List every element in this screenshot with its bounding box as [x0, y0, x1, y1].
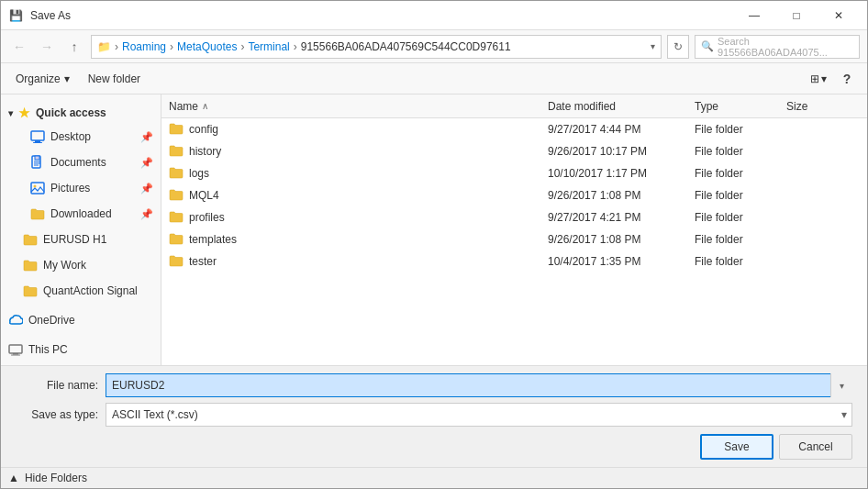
- folder-icon: [169, 121, 184, 139]
- star-icon: ★: [18, 106, 30, 120]
- file-rows-container: config 9/27/2017 4:44 PM File folder his…: [161, 118, 867, 272]
- svg-point-9: [34, 185, 37, 188]
- file-name: config: [189, 123, 218, 136]
- pin-icon-desktop: 📌: [140, 131, 153, 143]
- table-row[interactable]: tester 10/4/2017 1:35 PM File folder: [161, 250, 867, 272]
- main-area: ▾ ★ Quick access Desktop 📌 Documents: [1, 94, 867, 365]
- save-button[interactable]: Save: [700, 434, 773, 460]
- folder-icon: [169, 209, 184, 227]
- view-icon: ⊞: [810, 72, 819, 85]
- folder-icon-downloaded: [30, 206, 45, 221]
- new-folder-label: New folder: [88, 72, 140, 85]
- svg-rect-4: [35, 156, 39, 160]
- window-title: Save As: [30, 9, 71, 22]
- filename-input[interactable]: [106, 373, 852, 397]
- title-bar-left: 💾 Save As: [8, 8, 71, 23]
- window-icon: 💾: [8, 8, 23, 23]
- breadcrumb-folder-icon: 📁: [97, 40, 111, 53]
- breadcrumb-terminal[interactable]: Terminal: [248, 40, 289, 53]
- breadcrumb-roaming[interactable]: Roaming: [122, 40, 166, 53]
- svg-rect-2: [33, 142, 42, 143]
- svg-rect-0: [31, 131, 44, 140]
- file-type: File folder: [695, 145, 786, 158]
- filetype-label: Save as type:: [16, 408, 98, 421]
- view-button[interactable]: ⊞ ▾: [807, 67, 830, 91]
- close-button[interactable]: ✕: [818, 1, 860, 30]
- file-type: File folder: [695, 189, 786, 202]
- file-type: File folder: [695, 233, 786, 246]
- sidebar-item-documents[interactable]: Documents 📌: [1, 150, 161, 175]
- organize-label: Organize: [16, 72, 61, 85]
- sort-arrow: ∧: [202, 101, 208, 111]
- table-row[interactable]: templates 9/26/2017 1:08 PM File folder: [161, 228, 867, 250]
- file-date: 9/26/2017 1:08 PM: [548, 233, 695, 246]
- column-header-size[interactable]: Size: [786, 100, 860, 113]
- up-button[interactable]: ↑: [63, 36, 85, 58]
- thispc-icon: [8, 342, 23, 357]
- sidebar-item-eurusd[interactable]: EURUSD H1: [1, 227, 161, 252]
- filename-label: File name:: [16, 379, 98, 392]
- sidebar-item-downloaded[interactable]: Downloaded 📌: [1, 201, 161, 227]
- file-date: 9/27/2017 4:44 PM: [548, 123, 695, 136]
- table-row[interactable]: history 9/26/2017 10:17 PM File folder: [161, 140, 867, 162]
- sidebar-item-mywork[interactable]: My Work: [1, 252, 161, 278]
- file-name: logs: [189, 167, 209, 180]
- sidebar-item-label-desktop: Desktop: [50, 130, 91, 143]
- table-row[interactable]: MQL4 9/26/2017 1:08 PM File folder: [161, 184, 867, 206]
- title-bar: 💾 Save As — □ ✕: [1, 1, 867, 30]
- file-date: 9/26/2017 10:17 PM: [548, 145, 695, 158]
- breadcrumb-metaquotes[interactable]: MetaQuotes: [177, 40, 237, 53]
- minimize-button[interactable]: —: [733, 1, 775, 30]
- column-header-name[interactable]: Name ∧: [169, 100, 548, 113]
- filename-row: File name: ▾: [16, 373, 852, 397]
- hide-folders-toggle[interactable]: ▲ Hide Folders: [1, 467, 867, 488]
- help-button[interactable]: ?: [834, 66, 860, 92]
- sidebar-item-quantaction[interactable]: QuantAction Signal: [1, 278, 161, 304]
- search-placeholder: Search 915566BA06ADA4075...: [718, 36, 853, 58]
- sidebar-item-pictures[interactable]: Pictures 📌: [1, 175, 161, 201]
- sidebar-item-label-thispc: This PC: [28, 343, 68, 356]
- organize-button[interactable]: Organize ▾: [8, 67, 77, 91]
- cancel-button[interactable]: Cancel: [779, 434, 852, 460]
- back-button[interactable]: ←: [8, 36, 30, 58]
- file-date: 10/10/2017 1:17 PM: [548, 167, 695, 180]
- table-row[interactable]: config 9/27/2017 4:44 PM File folder: [161, 118, 867, 140]
- address-bar: ← → ↑ 📁 › Roaming › MetaQuotes › Termina…: [1, 30, 867, 63]
- file-name: profiles: [189, 211, 225, 224]
- address-path[interactable]: 📁 › Roaming › MetaQuotes › Terminal › 91…: [91, 35, 662, 59]
- file-type: File folder: [695, 255, 786, 268]
- onedrive-icon: [8, 313, 23, 328]
- pin-icon-documents: 📌: [140, 157, 153, 169]
- refresh-button[interactable]: ↻: [667, 35, 689, 59]
- pin-icon-downloaded: 📌: [140, 208, 153, 220]
- filetype-select[interactable]: ASCII Text (*.csv) CSV (Comma delimited)…: [106, 403, 852, 427]
- quick-access-label: Quick access: [36, 106, 106, 119]
- folder-icon: [169, 143, 184, 161]
- breadcrumb-guid: 915566BA06ADA407569C544CC0D97611: [301, 40, 511, 53]
- desktop-icon: [30, 129, 45, 144]
- folder-icon-mywork: [23, 258, 38, 272]
- search-box: 🔍 Search 915566BA06ADA4075...: [695, 35, 860, 59]
- maximize-button[interactable]: □: [775, 1, 818, 30]
- file-date: 9/26/2017 1:08 PM: [548, 189, 695, 202]
- column-header-type[interactable]: Type: [695, 100, 786, 113]
- folder-icon: [169, 253, 184, 271]
- forward-button[interactable]: →: [36, 36, 58, 58]
- table-row[interactable]: logs 10/10/2017 1:17 PM File folder: [161, 162, 867, 184]
- sidebar-item-label-pictures: Pictures: [50, 182, 90, 194]
- filename-dropdown-button[interactable]: ▾: [830, 373, 852, 397]
- quick-access-header[interactable]: ▾ ★ Quick access: [1, 102, 161, 124]
- column-header-date[interactable]: Date modified: [548, 100, 695, 113]
- new-folder-button[interactable]: New folder: [81, 67, 148, 91]
- table-row[interactable]: profiles 9/27/2017 4:21 PM File folder: [161, 206, 867, 228]
- pin-icon-pictures: 📌: [140, 183, 153, 194]
- sidebar-item-onedrive[interactable]: OneDrive: [1, 307, 161, 333]
- file-name: tester: [189, 255, 217, 268]
- thispc-section: This PC: [1, 337, 161, 362]
- folder-icon: [169, 165, 184, 183]
- sidebar-item-thispc[interactable]: This PC: [1, 337, 161, 362]
- folder-icon-eurusd: [23, 232, 38, 247]
- sidebar-item-desktop[interactable]: Desktop 📌: [1, 124, 161, 150]
- svg-rect-10: [9, 345, 22, 353]
- svg-rect-12: [11, 355, 20, 356]
